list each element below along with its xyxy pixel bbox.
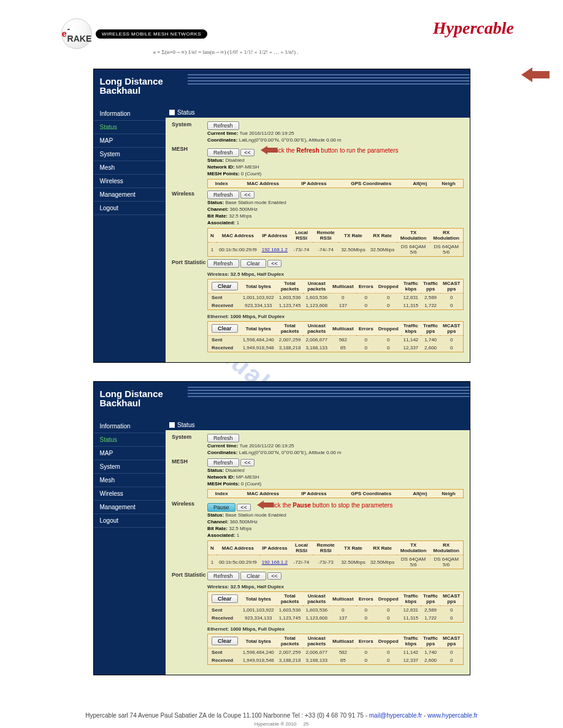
sidebar-item-system[interactable]: System [94, 460, 166, 474]
wireless-bitrate: 32.5 Mbps [229, 526, 251, 531]
port-wireless-clear-button[interactable]: Clear [212, 282, 238, 290]
wireless-status: Base Station mode Enabled [225, 512, 286, 518]
wireless-back-button[interactable]: << [237, 504, 251, 511]
section-port: Port Statistic [172, 572, 207, 665]
page-arrow-left [521, 67, 532, 82]
refresh-annotation: Click the Refresh button to run the para… [261, 146, 398, 154]
sidebar-item-information[interactable]: Information [94, 420, 166, 433]
app-screenshot-pause: Long Distance Backhaul Information Statu… [93, 381, 470, 675]
annotation-arrow-icon [261, 146, 267, 154]
port-refresh-button[interactable]: Refresh [207, 572, 239, 580]
port-ethernet-table: Clear Total bytesTotal packetsUnicast pa… [207, 634, 463, 665]
section-system: System [172, 121, 207, 143]
sidebar-item-information[interactable]: Information [94, 107, 166, 121]
mesh-points: 0 (Count) [241, 171, 261, 176]
sidebar-item-wireless[interactable]: Wireless [94, 487, 166, 501]
wireless-pause-button[interactable]: Pause [207, 503, 236, 512]
content-title: Status [166, 420, 469, 430]
sidebar-item-map[interactable]: MAP [94, 134, 166, 148]
sidebar-item-wireless[interactable]: Wireless [94, 175, 166, 188]
section-wireless: Wireless [172, 191, 207, 257]
app-title: Long Distance Backhaul [94, 382, 470, 420]
wireless-associated: 1 [237, 533, 239, 538]
wireless-channel: 360.500MHz [230, 207, 258, 212]
sidebar-item-logout[interactable]: Logout [94, 202, 166, 215]
page-footer: Hypercable sarl 74 Avenue Paul Sabatier … [0, 712, 563, 728]
mesh-points: 0 (Count) [241, 481, 261, 487]
current-time: Tue 2016/11/22 06:19:25 [239, 443, 294, 449]
port-wireless-heading: Wireless: 32.5 Mbps, Half Duplex [207, 271, 463, 277]
ip-link[interactable]: 192.168.1.2 [262, 247, 288, 252]
mesh-refresh-button[interactable]: Refresh [207, 458, 239, 467]
sidebar-item-mesh[interactable]: Mesh [94, 161, 166, 175]
sidebar-item-map[interactable]: MAP [94, 447, 166, 460]
wireless-status: Base Station mode Enabled [225, 200, 286, 205]
sidebar: Information Status MAP System Mesh Wirel… [94, 420, 166, 675]
sidebar-item-mesh[interactable]: Mesh [94, 474, 166, 487]
erake-logo-block: e-RAKE WIRELESS MOBILE MESH NETWORKS e =… [61, 18, 299, 55]
mesh-refresh-button[interactable]: Refresh [207, 148, 239, 157]
erake-logo: e-RAKE [61, 18, 92, 49]
app-screenshot-refresh: Long Distance Backhaul Information Statu… [93, 69, 470, 363]
section-mesh: MESH [172, 146, 207, 188]
mesh-back-button[interactable]: << [240, 459, 255, 466]
erake-tagline: WIRELESS MOBILE MESH NETWORKS [96, 29, 207, 39]
coordinates: LatLng(0°0'0.00"N, 0°0'0.00"E), Altitude… [239, 450, 342, 455]
port-clear-button[interactable]: Clear [240, 259, 266, 268]
port-ethernet-heading: Ethernet: 1000 Mbps, Full Duplex [207, 314, 463, 319]
port-refresh-button[interactable]: Refresh [207, 259, 239, 268]
annotation-arrow-icon [257, 501, 264, 509]
hypercable-logo: Hypercable [433, 18, 514, 38]
euler-formula: e = Σ(n=0→∞) 1/n! = lim(n→∞) (1/0! + 1/1… [153, 49, 299, 55]
port-back-button[interactable]: << [267, 572, 282, 580]
wireless-row: 1 00:1b:5c:00:29:f9 192.168.1.2 -72/-74 … [208, 555, 463, 569]
current-time: Tue 2016/11/22 06:19:25 [239, 131, 294, 136]
content-title: Status [166, 107, 469, 118]
port-clear-button[interactable]: Clear [240, 572, 266, 580]
wireless-back-button[interactable]: << [240, 191, 255, 199]
port-wireless-clear-button[interactable]: Clear [212, 594, 238, 603]
sidebar-item-management[interactable]: Management [94, 188, 166, 202]
port-ethernet-clear-button[interactable]: Clear [212, 324, 238, 333]
wireless-channel: 360.500MHz [230, 519, 258, 525]
wireless-table: NMAC AddressIP AddressLocal RSSIRemote R… [207, 540, 463, 569]
port-back-button[interactable]: << [267, 260, 282, 267]
sidebar-item-system[interactable]: System [94, 148, 166, 161]
wireless-table: N MAC Address IP Address Local RSSI Remo… [207, 228, 463, 257]
section-wireless: Wireless [172, 501, 207, 569]
sidebar-item-management[interactable]: Management [94, 501, 166, 514]
port-ethernet-clear-button[interactable]: Clear [212, 637, 238, 645]
wireless-refresh-button[interactable]: Refresh [207, 191, 239, 199]
wireless-bitrate: 32.5 Mbps [229, 213, 251, 219]
app-title: Long Distance Backhaul [94, 69, 470, 107]
section-mesh: MESH [172, 458, 207, 498]
wireless-associated: 1 [237, 220, 239, 226]
title-square-icon [169, 422, 175, 428]
mesh-status: Disabled [225, 157, 244, 163]
sidebar-item-status[interactable]: Status [94, 121, 166, 134]
wireless-row: 1 00:1b:5c:00:29:f9 192.168.1.2 -73/-74 … [208, 243, 463, 257]
sidebar-item-status[interactable]: Status [94, 433, 166, 447]
mesh-back-button[interactable]: << [240, 149, 255, 156]
ip-link[interactable]: 192.168.1.2 [262, 559, 288, 565]
port-ethernet-table: Clear Total bytesTotal packetsUnicast pa… [207, 321, 463, 352]
coordinates: LatLng(0°0'0.00"N, 0°0'0.00"E), Altitude… [239, 137, 342, 143]
mesh-network-id: MP-MESH [236, 474, 259, 480]
section-system: System [172, 434, 207, 456]
sidebar: Information Status MAP System Mesh Wirel… [94, 107, 166, 362]
sidebar-item-logout[interactable]: Logout [94, 514, 166, 528]
page-number: 25 [303, 721, 308, 727]
footer-site-link[interactable]: www.hypercable.fr [427, 712, 478, 719]
section-port: Port Statistic [172, 259, 207, 352]
title-square-icon [169, 110, 175, 115]
port-wireless-table: Clear Total bytesTotal packetsUnicast pa… [207, 591, 463, 623]
port-ethernet-heading: Ethernet: 1000 Mbps, Full Duplex [207, 626, 463, 632]
footer-email-link[interactable]: mail@hypercable.fr [369, 712, 422, 719]
pause-annotation: Click the Pause button to stop the param… [257, 501, 393, 509]
system-refresh-button[interactable]: Refresh [207, 121, 239, 130]
mesh-status: Disabled [225, 468, 244, 473]
port-wireless-heading: Wireless: 32.5 Mbps, Half Duplex [207, 584, 463, 590]
mesh-table: Index MAC Address IP Address GPS Coordin… [207, 179, 463, 188]
system-refresh-button[interactable]: Refresh [207, 434, 239, 442]
port-wireless-table: Clear Total bytesTotal packetsUnicast pa… [207, 279, 463, 310]
